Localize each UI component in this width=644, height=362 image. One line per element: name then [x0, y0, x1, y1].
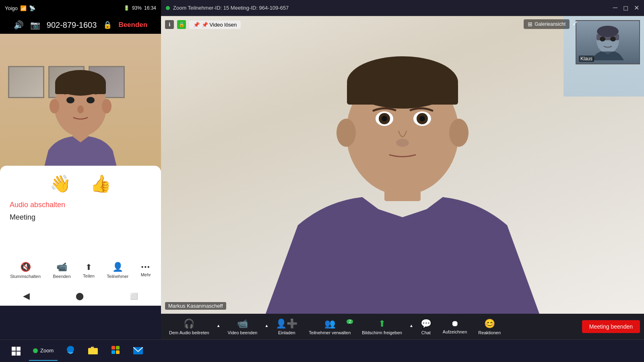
audio-abschalten-label[interactable]: Audio abschalten	[10, 201, 151, 209]
video-group: 📹 Video beenden ▲	[222, 319, 270, 335]
thumbsup-emoji[interactable]: 👍	[90, 174, 111, 193]
info-icon: ℹ	[165, 20, 174, 29]
invite-label: Einladen	[278, 330, 295, 335]
audio-button[interactable]: 🎧 Dem Audio beitreten	[163, 319, 215, 335]
thumbnail-face-svg	[588, 24, 628, 60]
time-label: 16:34	[144, 5, 156, 11]
taskbar: Zoom	[0, 339, 644, 362]
gallery-label: Galerieansicht	[535, 21, 566, 27]
wave-emoji[interactable]: 👋	[50, 174, 71, 193]
video-button[interactable]: 📹 Video beenden	[222, 319, 263, 335]
reaction-emojis: 👋 👍	[10, 174, 151, 193]
audio-group: 🎧 Dem Audio beitreten ▲	[163, 319, 222, 335]
phone-tool-stummschalten[interactable]: 🔇 Stummschalten	[10, 262, 41, 279]
more-icon: •••	[141, 263, 151, 271]
pin-icon: 📌	[193, 22, 200, 28]
svg-point-11	[336, 119, 356, 147]
minimize-button[interactable]: ─	[613, 4, 617, 12]
wifi-icon: 📡	[29, 5, 35, 11]
zoom-window: Zoom Teilnehmer-ID: 15 Meeting-ID: 964-1…	[161, 0, 644, 339]
end-meeting-button[interactable]: Meeting beenden	[582, 320, 640, 333]
record-button[interactable]: ⏺ Aufzeichnen	[437, 319, 473, 334]
main-video: ℹ 🔒 📌 📌 Video lösen ⊞ Galerieansicht ⤢ M…	[161, 16, 644, 314]
start-button[interactable]	[6, 341, 26, 361]
video-arrow[interactable]: ▲	[263, 323, 270, 328]
audio-arrow[interactable]: ▲	[215, 323, 222, 328]
edge-taskbar-button[interactable]	[61, 341, 80, 361]
reactions-label: Reaktionen	[478, 330, 501, 335]
pin-video-button[interactable]: 📌 📌 Video lösen	[189, 21, 241, 29]
phone-call-bar: 🔊 📷 902-879-1603 🔒 Beenden	[0, 16, 161, 34]
back-button[interactable]: ◀	[23, 291, 30, 301]
signal-icons: 📶	[20, 5, 27, 11]
zoom-toolbar: 🎧 Dem Audio beitreten ▲ 📹 Video beenden …	[161, 314, 644, 339]
reactions-icon: 😊	[484, 319, 495, 329]
add-person-icon: 👤➕	[276, 319, 297, 329]
store-taskbar-button[interactable]	[106, 341, 125, 361]
restore-button[interactable]: ◻	[623, 4, 628, 12]
svg-point-12	[449, 119, 469, 147]
mehr-label: Mehr	[141, 272, 151, 277]
zoom-main-video-area: ℹ 🔒 📌 📌 Video lösen ⊞ Galerieansicht ⤢ M…	[161, 16, 644, 314]
chat-button[interactable]: 💬 Chat	[415, 319, 437, 335]
phone-tool-teilnehmer[interactable]: 👤 Teilnehmer	[107, 262, 128, 279]
windows-logo	[12, 347, 21, 356]
phone-toolbar: 🔇 Stummschalten 📹 Beenden ⬆ Teilen 👤 Tei…	[0, 254, 161, 286]
phone-panel: Yoigo 📶 📡 🔋 93% 16:34 🔊 📷 902-879-1603 🔒…	[0, 0, 161, 306]
lock-icon: 🔒	[103, 21, 112, 29]
video-icon: 📹	[56, 262, 67, 272]
folder-icon	[88, 346, 98, 357]
video-overlay-top: ℹ 🔒 📌 📌 Video lösen	[165, 20, 241, 29]
svg-point-17	[382, 116, 387, 121]
thumbnail-label: Klaus	[579, 56, 594, 62]
phone-nav-bar: ◀ ⬤ ⬜	[0, 286, 161, 306]
svg-rect-33	[111, 350, 115, 354]
chat-icon: 💬	[421, 319, 431, 329]
recents-button[interactable]: ⬜	[130, 292, 138, 300]
reactions-button[interactable]: 😊 Reaktionen	[473, 319, 506, 335]
phone-tool-beenden[interactable]: 📹 Beenden	[53, 262, 71, 279]
end-call-button[interactable]: Beenden	[118, 21, 147, 29]
participants-icon: 👥	[324, 319, 335, 329]
video-label: Video beenden	[228, 330, 258, 335]
zoom-taskbar-item[interactable]: Zoom	[29, 341, 58, 361]
home-button[interactable]: ⬤	[76, 292, 84, 300]
share-screen-icon: ⬆	[378, 319, 386, 329]
lock-icon: 🔒	[177, 20, 186, 29]
zoom-taskbar-label: Zoom	[40, 348, 54, 354]
invite-button[interactable]: 👤➕ Einladen	[270, 319, 303, 335]
svg-point-25	[597, 26, 619, 37]
svg-rect-34	[116, 350, 120, 354]
share-arrow[interactable]: ▲	[408, 323, 415, 328]
meeting-label: Meeting	[10, 213, 151, 222]
carrier-label: Yoigo	[5, 5, 18, 11]
teilnehmer-label: Teilnehmer	[107, 274, 128, 279]
svg-point-3	[102, 99, 111, 113]
share-button[interactable]: ⬆ Bildschirm freigeben	[356, 319, 408, 335]
phone-video-area: 👋 👍 Audio abschalten Meeting	[0, 34, 161, 254]
gallery-view-button[interactable]: ⊞ Galerieansicht	[524, 19, 570, 29]
reaction-popup: 👋 👍 Audio abschalten Meeting	[0, 166, 161, 254]
speaker-icon: 🔊	[14, 20, 24, 30]
phone-tool-teilen[interactable]: ⬆ Teilen	[83, 262, 95, 278]
chat-label: Chat	[421, 330, 431, 335]
phone-tool-mehr[interactable]: ••• Mehr	[141, 263, 151, 277]
mail-taskbar-button[interactable]	[128, 341, 148, 361]
zoom-title-bar: Zoom Teilnehmer-ID: 15 Meeting-ID: 964-1…	[161, 0, 644, 16]
svg-point-27	[610, 37, 616, 41]
svg-point-5	[87, 97, 95, 103]
explorer-taskbar-button[interactable]	[83, 341, 103, 361]
beenden-label: Beenden	[53, 274, 71, 279]
close-button[interactable]: ✕	[634, 4, 639, 12]
pin-label: 📌 Video lösen	[202, 22, 237, 28]
fullscreen-button[interactable]: ⤢	[572, 19, 578, 27]
stummschalten-label: Stummschalten	[10, 274, 41, 279]
record-label: Aufzeichnen	[443, 329, 467, 334]
svg-point-21	[396, 139, 409, 147]
markus-person	[266, 24, 539, 314]
svg-point-6	[77, 105, 84, 113]
mute-icon: 🔇	[20, 262, 31, 272]
video-cam-icon: 📹	[237, 319, 248, 329]
participants-button[interactable]: 👥 2 Teilnehmer verwalten	[303, 319, 356, 335]
svg-rect-8	[55, 82, 106, 94]
